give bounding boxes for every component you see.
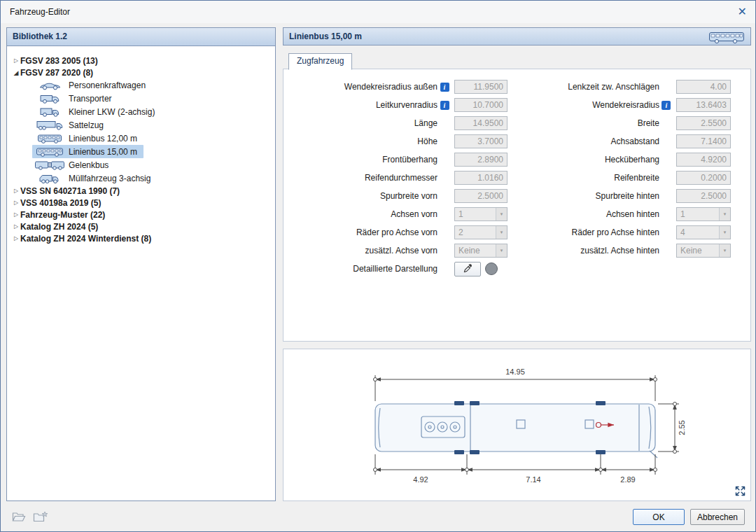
field-label: Länge: [289, 118, 438, 128]
tree-item-fahrzeug-muster[interactable]: ▷ Fahrzeug-Muster (22): [7, 209, 275, 220]
chevron-expanded-icon[interactable]: ◢: [12, 69, 20, 76]
laenge-input[interactable]: [454, 116, 507, 130]
open-library-icon[interactable]: [12, 511, 26, 525]
close-icon[interactable]: ✕: [738, 5, 747, 18]
raeder-pro-achse-vorn-select[interactable]: 2 ▼: [454, 225, 507, 239]
chevron-collapsed-icon[interactable]: ▷: [12, 57, 20, 64]
pipette-icon: [462, 263, 473, 274]
tree-item-transporter[interactable]: Transporter: [7, 92, 275, 105]
spurbreite-vorn-input[interactable]: [454, 189, 507, 203]
select-value: 2: [455, 226, 496, 239]
chevron-collapsed-icon[interactable]: ▷: [12, 188, 20, 194]
reifenbreite-input[interactable]: [676, 171, 731, 185]
chevron-down-icon: ▼: [496, 244, 507, 257]
bus-plan-drawing: 14.95 4.92 7.14 2.89 2.55: [284, 350, 750, 500]
chevron-down-icon: ▼: [496, 226, 507, 239]
tree-item-label: Katalog ZH 2024 (5): [20, 222, 98, 232]
tree-item-linienbus-15[interactable]: Linienbus 15,00 m: [7, 145, 275, 158]
tree-item-label: FGSV 283 2005 (13): [20, 56, 98, 66]
info-icon[interactable]: i: [440, 83, 449, 92]
frontueberhang-input[interactable]: [454, 153, 507, 167]
chevron-down-icon: ▼: [496, 208, 507, 220]
spurbreite-hinten-input[interactable]: [676, 189, 731, 203]
van-icon: [34, 93, 66, 104]
semi-truck-icon: [34, 120, 66, 130]
articulated-bus-icon: [34, 160, 66, 170]
achsen-hinten-select[interactable]: 1 ▼: [676, 207, 731, 221]
wendekreisradius-input[interactable]: [676, 98, 731, 112]
field-label: zusätzl. Achse hinten: [522, 246, 659, 255]
tab-zugfahrzeug[interactable]: Zugfahrzeug: [288, 53, 352, 70]
tree-item-label: Sattelzug: [69, 120, 104, 130]
tree-item-vss-sn-640271a[interactable]: ▷ VSS SN 640271a 1990 (7): [7, 185, 275, 197]
tree-item-label: Müllfahrzeug 3-achsig: [69, 174, 150, 183]
tree-item-katalog-zh-2024-winterdienst[interactable]: ▷ Katalog ZH 2024 Winterdienst (8): [7, 232, 275, 244]
tree-item-label: Fahrzeug-Muster (22): [20, 210, 105, 220]
tree-item-gelenkbus[interactable]: Gelenkbus: [7, 158, 275, 172]
heckueberhang-input[interactable]: [676, 153, 731, 167]
vehicle-title: Linienbus 15,00 m: [289, 31, 362, 41]
tree-item-personenkraftwagen[interactable]: Personenkraftwagen: [7, 78, 275, 92]
color-picker-button[interactable]: [454, 262, 481, 276]
info-icon[interactable]: i: [440, 101, 449, 110]
vehicle-form-panel: Wendekreisradius außen i Leitkurvenradiu…: [283, 69, 751, 342]
window-title: Fahrzeug-Editor: [10, 7, 70, 17]
cancel-button[interactable]: Abbrechen: [690, 509, 745, 525]
favorite-library-icon[interactable]: [33, 511, 48, 525]
wendekreisradius-aussen-input[interactable]: [454, 80, 507, 94]
titlebar: Fahrzeug-Editor ✕: [1, 1, 755, 23]
tree-item-muellfahrzeug[interactable]: Müllfahrzeug 3-achsig: [7, 172, 275, 185]
chevron-down-icon: ▼: [719, 244, 730, 257]
info-icon[interactable]: i: [662, 101, 671, 110]
tree-item-label: VSS 40198a 2019 (5): [20, 198, 101, 208]
hoehe-input[interactable]: [454, 134, 507, 148]
chevron-collapsed-icon[interactable]: ▷: [12, 223, 20, 230]
bus-icon: [34, 133, 66, 144]
tree-item-kleiner-lkw[interactable]: Kleiner LKW (2-achsig): [7, 105, 275, 118]
fahrzeug-editor-dialog: Fahrzeug-Editor ✕ Bibliothek 1.2 ▷ FGSV …: [0, 0, 756, 532]
tree-item-sattelzug[interactable]: Sattelzug: [7, 118, 275, 132]
lenkzeit-input[interactable]: [676, 80, 731, 94]
select-value: Keine: [455, 244, 496, 257]
car-icon: [34, 80, 66, 90]
tree-item-label: Personenkraftwagen: [69, 80, 146, 90]
chevron-collapsed-icon[interactable]: ▷: [12, 211, 20, 218]
achsen-vorn-select[interactable]: 1 ▼: [454, 207, 507, 221]
tree-item-katalog-zh-2024[interactable]: ▷ Katalog ZH 2024 (5): [7, 220, 275, 232]
zusaetzl-achse-hinten-select[interactable]: Keine ▼: [676, 244, 731, 258]
tree-item-label: Linienbus 15,00 m: [69, 147, 137, 157]
field-label: Reifenbreite: [522, 173, 659, 183]
field-label: Achsabstand: [522, 136, 659, 146]
select-value: 1: [455, 208, 496, 220]
chevron-collapsed-icon[interactable]: ▷: [12, 200, 20, 206]
select-value: 4: [677, 226, 719, 239]
leitkurvenradius-input[interactable]: [454, 98, 507, 112]
ok-button[interactable]: OK: [633, 509, 685, 525]
tree-item-label: FGSV 287 2020 (8): [20, 68, 93, 78]
field-label: Höhe: [289, 136, 438, 146]
field-label: zusätzl. Achse vorn: [289, 246, 438, 255]
library-panel: Bibliothek 1.2 ▷ FGSV 283 2005 (13) ◢ FG…: [6, 27, 276, 501]
tree-item-label: Kleiner LKW (2-achsig): [69, 107, 155, 117]
color-swatch[interactable]: [485, 262, 498, 275]
chevron-collapsed-icon[interactable]: ▷: [12, 235, 20, 241]
dim-front-overhang: 2.89: [620, 475, 635, 484]
breite-input[interactable]: [676, 116, 731, 130]
dim-wheelbase: 7.14: [526, 475, 540, 484]
field-label: Leitkurvenradius: [289, 100, 438, 110]
select-value: Keine: [677, 244, 719, 257]
achsabstand-input[interactable]: [676, 134, 731, 148]
library-tree: ▷ FGSV 283 2005 (13) ◢ FGSV 287 2020 (8): [7, 46, 275, 500]
zusaetzl-achse-vorn-select[interactable]: Keine ▼: [454, 244, 507, 258]
tree-item-fgsv-283-2005[interactable]: ▷ FGSV 283 2005 (13): [7, 55, 275, 66]
tree-item-fgsv-287-2020[interactable]: ◢ FGSV 287 2020 (8): [7, 66, 275, 78]
tree-item-linienbus-12[interactable]: Linienbus 12,00 m: [7, 132, 275, 145]
vehicle-diagram-panel: 14.95 4.92 7.14 2.89 2.55: [283, 349, 751, 501]
reifendurchmesser-input[interactable]: [454, 171, 507, 185]
tree-item-vss-40198a[interactable]: ▷ VSS 40198a 2019 (5): [7, 197, 275, 209]
zoom-fit-icon[interactable]: [734, 485, 746, 497]
select-value: 1: [677, 208, 719, 220]
field-label: Hecküberhang: [522, 155, 659, 164]
small-truck-icon: [34, 106, 66, 117]
raeder-pro-achse-hinten-select[interactable]: 4 ▼: [676, 225, 731, 239]
